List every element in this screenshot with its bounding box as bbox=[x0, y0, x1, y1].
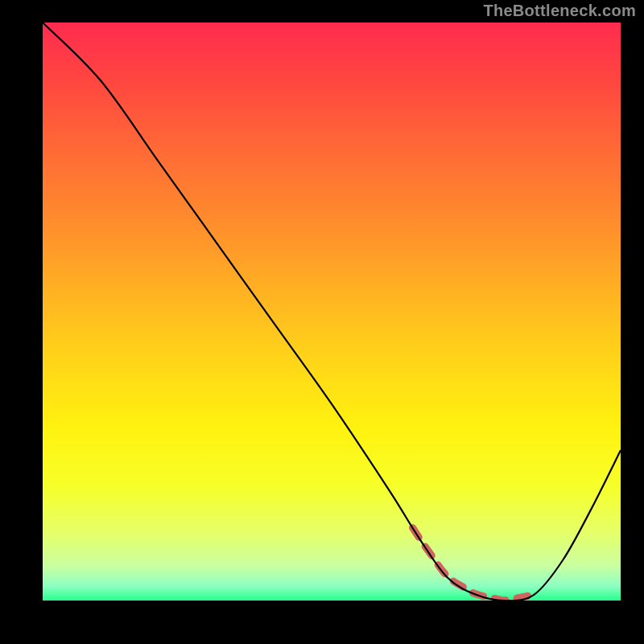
chart-frame: TheBottleneck.com bbox=[0, 0, 644, 644]
curve-layer bbox=[43, 23, 621, 601]
plot-area bbox=[43, 23, 621, 601]
bottleneck-curve bbox=[43, 23, 621, 601]
watermark-text: TheBottleneck.com bbox=[483, 2, 636, 20]
highlight-segment bbox=[413, 528, 535, 601]
